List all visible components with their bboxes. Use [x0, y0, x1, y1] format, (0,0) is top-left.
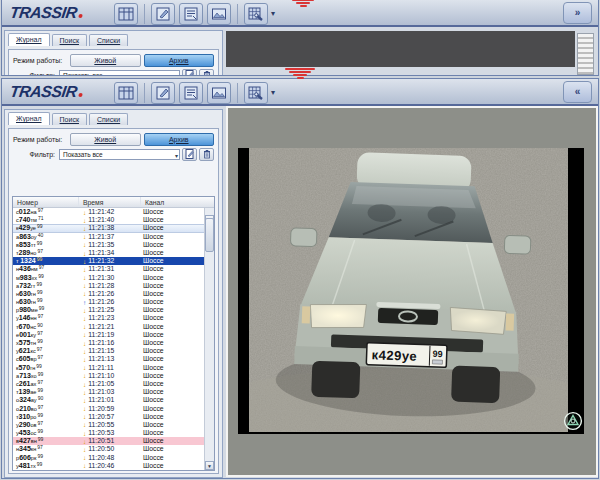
- collapse-panel-button[interactable]: «: [563, 81, 592, 103]
- column-channel[interactable]: Канал: [141, 197, 214, 207]
- filter-select[interactable]: Показать все▾: [59, 70, 180, 77]
- plate-cell: т289но97: [13, 249, 79, 257]
- channel-cell: Шоссе: [141, 413, 204, 421]
- direction-down-icon: ↓: [83, 446, 86, 453]
- time-cell: ↓11:21:23: [79, 314, 141, 322]
- direction-down-icon: ↓: [83, 413, 86, 420]
- channel-cell: Шоссе: [141, 347, 204, 355]
- direction-down-icon: ↓: [83, 454, 86, 461]
- mode-label: Режим работы:: [13, 57, 67, 64]
- dssl-logo-watermark: [563, 411, 583, 431]
- archive-mode-button[interactable]: Архив: [144, 54, 215, 67]
- channel-cell: Шоссе: [141, 396, 204, 404]
- plate-region-sup: 99: [37, 240, 43, 246]
- direction-down-icon: ↓: [83, 290, 86, 297]
- time-cell: ↑11:21:26: [79, 298, 141, 306]
- tab-bar: Журнал Поиск Списки: [5, 110, 222, 126]
- plate-region-sup: 99: [37, 338, 43, 344]
- channel-cell: Шоссе: [141, 331, 204, 339]
- plate-region-sup: 97: [39, 264, 45, 270]
- plate-region-sup: 99: [37, 387, 43, 393]
- tab-search[interactable]: Поиск: [52, 34, 87, 46]
- plate-cell: в427вн99: [13, 437, 79, 445]
- settings-grid-button[interactable]: [244, 82, 268, 104]
- channel-cell: Шоссе: [141, 339, 204, 347]
- plate-region-sup: 97: [38, 354, 44, 360]
- image-frames-button[interactable]: [207, 3, 231, 25]
- direction-down-icon: ↓: [83, 389, 86, 396]
- video-panel[interactable]: к429уе 99: [226, 106, 598, 477]
- column-time[interactable]: Время: [79, 197, 141, 207]
- direction-down-icon: ↓: [83, 217, 86, 224]
- time-cell: ↓11:21:19: [79, 331, 141, 339]
- event-time: 11:20:59: [88, 405, 114, 413]
- archive-timeline-strip[interactable]: [577, 33, 594, 75]
- toolbar-divider: [144, 4, 145, 24]
- edit-note-button[interactable]: [151, 3, 175, 25]
- tab-lists[interactable]: Списки: [89, 34, 128, 46]
- channel-cell: Шоссе: [141, 372, 204, 380]
- tab-search[interactable]: Поиск: [52, 113, 87, 125]
- time-cell: ↓11:21:26: [79, 290, 141, 298]
- camera-grid-button[interactable]: [114, 3, 138, 25]
- time-cell: ↓11:21:40: [79, 216, 141, 224]
- direction-up-icon: ↑: [83, 299, 86, 306]
- settings-dropdown-caret-icon[interactable]: ▾: [271, 88, 275, 97]
- event-time: 11:21:01: [88, 396, 114, 404]
- event-time: 11:21:15: [88, 347, 114, 355]
- event-time: 11:21:37: [88, 233, 114, 241]
- channel-cell: Шоссе: [141, 241, 204, 249]
- channel-cell: Шоссе: [141, 380, 204, 388]
- time-cell: ↓11:20:50: [79, 445, 141, 453]
- plate-region-sup: 40: [38, 232, 44, 238]
- live-mode-button[interactable]: Живой: [70, 133, 141, 146]
- image-frames-button[interactable]: [207, 82, 231, 104]
- settings-grid-button[interactable]: [244, 3, 268, 25]
- direction-down-icon: ↓: [83, 323, 86, 330]
- plate-cell: о210во97: [13, 405, 79, 413]
- report-list-button[interactable]: [179, 3, 203, 25]
- tab-bar: Журнал Поиск Списки: [5, 31, 222, 47]
- event-time: 11:21:19: [88, 331, 114, 339]
- event-time: 11:21:30: [88, 274, 114, 282]
- archive-mode-button[interactable]: Архив: [144, 133, 215, 146]
- direction-down-icon: ↓: [83, 364, 86, 371]
- scrollbar-thumb[interactable]: [205, 218, 214, 252]
- new-filter-button[interactable]: [182, 69, 197, 77]
- delete-filter-button[interactable]: [199, 148, 214, 161]
- new-filter-button[interactable]: [182, 148, 197, 161]
- delete-filter-button[interactable]: [199, 69, 214, 77]
- filter-value: Показать все: [63, 72, 103, 77]
- plate-cell: н630гн99: [13, 290, 79, 298]
- scroll-down-button[interactable]: ▼: [205, 461, 214, 470]
- event-time: 11:21:28: [88, 282, 114, 290]
- direction-down-icon: ↓: [83, 241, 86, 248]
- plate-region-sup: 99: [37, 412, 43, 418]
- window-top: TRASSIR ▾ » Журнал Поиск Списки Ре: [1, 0, 599, 76]
- edit-note-button[interactable]: [151, 82, 175, 104]
- channel-cell: Шоссе: [141, 355, 204, 363]
- tab-lists[interactable]: Списки: [89, 113, 128, 125]
- channel-cell: Шоссе: [141, 274, 204, 282]
- expand-panel-button[interactable]: »: [563, 2, 592, 24]
- tab-journal[interactable]: Журнал: [8, 33, 50, 46]
- report-list-button[interactable]: [179, 82, 203, 104]
- filter-select[interactable]: Показать все▾: [59, 149, 180, 160]
- tab-journal[interactable]: Журнал: [8, 112, 50, 125]
- plate-cell: т139ае99: [13, 388, 79, 396]
- event-time: 11:21:23: [88, 314, 114, 322]
- settings-dropdown-caret-icon[interactable]: ▾: [271, 9, 275, 18]
- direction-down-icon: ↓: [83, 233, 86, 240]
- direction-down-icon: ↓: [83, 282, 86, 289]
- camera-grid-button[interactable]: [114, 82, 138, 104]
- drag-down-indicator[interactable]: [287, 0, 319, 7]
- drag-down-indicator[interactable]: [284, 68, 316, 79]
- time-cell: ↓11:21:31: [79, 265, 141, 273]
- column-plate[interactable]: Номер: [13, 197, 79, 207]
- plate-region-sup: 99: [36, 363, 42, 369]
- live-mode-button[interactable]: Живой: [70, 54, 141, 67]
- event-time: 11:20:53: [88, 429, 114, 437]
- event-time: 11:20:51: [88, 437, 114, 445]
- table-scrollbar[interactable]: ▲ ▼: [204, 208, 214, 470]
- channel-cell: Шоссе: [141, 364, 204, 372]
